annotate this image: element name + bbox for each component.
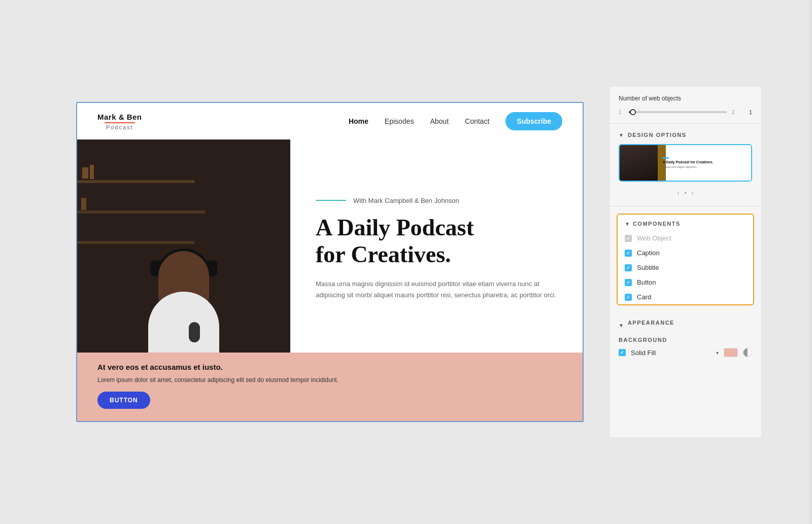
components-title: COMPONENTS: [633, 221, 681, 227]
solid-fill-checkbox[interactable]: ✓: [619, 349, 626, 356]
appearance-section: ▼ APPEARANCE BACKGROUND ✓ Solid Fill ▾: [610, 312, 761, 364]
web-object-checkbox[interactable]: ✓: [625, 235, 632, 242]
shelf-3: [77, 241, 194, 244]
web-object-check: ✓: [626, 236, 630, 241]
preview-teal-dot: [663, 157, 669, 159]
slider-track[interactable]: [629, 111, 727, 113]
design-option-card[interactable]: A Daily Podcast for Creatives. Massa urn…: [619, 144, 752, 182]
solid-fill-label: Solid Fill: [631, 349, 711, 357]
caption-check: ✓: [626, 251, 630, 256]
components-header: ▼ COMPONENTS: [618, 215, 753, 231]
site-nav: Mark & Ben Podcast Home Episodes About C…: [77, 103, 583, 139]
preview-text-area: A Daily Podcast for Creatives. Massa urn…: [658, 153, 751, 173]
card-nav-dot: •: [684, 190, 686, 197]
half-circle-icon[interactable]: [743, 348, 752, 357]
app-wrapper: Mark & Ben Podcast Home Episodes About C…: [51, 87, 761, 437]
subtitle-checkbox[interactable]: ✓: [625, 264, 632, 271]
subtitle-label: Subtitle: [637, 264, 659, 271]
component-item-card[interactable]: ✓ Card: [618, 290, 753, 304]
components-wrapper: ▼ COMPONENTS ✓ Web Object ✓ Caption: [610, 206, 761, 312]
hero-right: With Mark Campbell & Ben Johnson A Daily…: [290, 139, 583, 353]
person-container: [77, 139, 290, 353]
design-options-header: ▼ DESIGN OPTIONS: [619, 132, 752, 138]
appearance-chevron[interactable]: ▼: [619, 323, 624, 328]
hero-byline-row: With Mark Campbell & Ben Johnson: [316, 197, 562, 204]
slider-label-min: 1: [619, 110, 624, 115]
hero-title: A Daily Podcast for Creatives.: [316, 215, 562, 268]
solid-fill-dropdown[interactable]: ▾: [716, 350, 719, 356]
preview-title: A Daily Podcast for Creatives.: [663, 160, 746, 164]
component-item-button[interactable]: ✓ Button: [618, 275, 753, 290]
canvas-area: Mark & Ben Podcast Home Episodes About C…: [51, 87, 609, 437]
color-swatch[interactable]: [724, 348, 738, 357]
logo-name: Mark & Ben: [97, 113, 142, 121]
component-item-caption[interactable]: ✓ Caption: [618, 246, 753, 260]
component-item-subtitle[interactable]: ✓ Subtitle: [618, 260, 753, 275]
hero-body: Massa urna magnis dignissim id euismod p…: [316, 278, 562, 301]
design-options-chevron[interactable]: ▼: [619, 132, 624, 138]
card-check: ✓: [626, 295, 630, 300]
background-label: BACKGROUND: [619, 337, 752, 343]
hero-byline: With Mark Campbell & Ben Johnson: [353, 197, 459, 204]
components-chevron[interactable]: ▼: [625, 221, 630, 227]
right-panel: Number of web objects 1 2 1 ▼ DESIGN OPT…: [609, 87, 761, 437]
solid-fill-check: ✓: [620, 350, 624, 355]
logo-sub: Podcast: [106, 124, 133, 130]
bottom-title: At vero eos et accusamus et iusto.: [97, 363, 562, 371]
preview-body: Massa urna magnis dignissim...: [663, 165, 746, 169]
preview-img: [620, 145, 658, 181]
slider-value: 1: [742, 109, 752, 115]
component-item-web-object[interactable]: ✓ Web Object: [618, 231, 753, 246]
card-nav-row: ‹ • ›: [619, 187, 752, 198]
shelf-item-2: [90, 165, 94, 179]
nav-link-home[interactable]: Home: [349, 117, 368, 125]
web-object-label: Web Object: [637, 234, 671, 242]
subtitle-check: ✓: [626, 265, 630, 270]
card-nav-prev[interactable]: ‹: [677, 190, 679, 197]
bottom-button[interactable]: BUTTON: [97, 392, 150, 409]
web-objects-section: Number of web objects 1 2 1: [610, 87, 761, 124]
number-of-objects-label: Number of web objects: [619, 95, 752, 102]
shelf-item-1: [82, 167, 88, 179]
nav-link-episodes[interactable]: Episodes: [385, 117, 414, 125]
microphone: [189, 322, 200, 342]
components-section: ▼ COMPONENTS ✓ Web Object ✓ Caption: [617, 214, 754, 305]
bottom-body: Lorem ipsum dolor sit amet, consectetur …: [97, 375, 562, 385]
solid-fill-row: ✓ Solid Fill ▾: [619, 348, 752, 357]
shelf-1: [77, 180, 194, 183]
hero-photo: [77, 139, 290, 353]
design-options-title: DESIGN OPTIONS: [628, 132, 687, 138]
site-bottom: At vero eos et accusamus et iusto. Lorem…: [77, 353, 583, 421]
subscribe-button[interactable]: Subscribe: [505, 112, 562, 130]
caption-label: Caption: [637, 249, 660, 257]
shelf-item-3: [81, 198, 86, 210]
nav-link-contact[interactable]: Contact: [465, 117, 489, 125]
button-check: ✓: [626, 280, 630, 285]
nav-link-about[interactable]: About: [430, 117, 449, 125]
site-hero: With Mark Campbell & Ben Johnson A Daily…: [77, 139, 583, 353]
design-option-preview: A Daily Podcast for Creatives. Massa urn…: [620, 145, 751, 181]
site-nav-links: Home Episodes About Contact Subscribe: [349, 112, 562, 130]
shelf-2: [77, 211, 205, 214]
button-checkbox[interactable]: ✓: [625, 279, 632, 286]
slider-label-max: 2: [732, 110, 737, 115]
card-label: Card: [637, 293, 651, 301]
button-label: Button: [637, 278, 656, 286]
appearance-title: APPEARANCE: [628, 320, 674, 326]
caption-checkbox[interactable]: ✓: [625, 250, 632, 257]
slider-row: 1 2 1: [619, 109, 752, 115]
appearance-header: ▼ APPEARANCE: [619, 320, 752, 331]
site-logo: Mark & Ben Podcast: [97, 113, 142, 130]
website-frame: Mark & Ben Podcast Home Episodes About C…: [76, 102, 584, 422]
card-nav-next[interactable]: ›: [692, 190, 694, 197]
design-options-section: ▼ DESIGN OPTIONS A Daily Podcast for Cre…: [610, 124, 761, 206]
slider-thumb[interactable]: [630, 109, 636, 115]
card-checkbox[interactable]: ✓: [625, 294, 632, 301]
logo-line: [105, 122, 135, 123]
teal-line: [316, 200, 346, 201]
